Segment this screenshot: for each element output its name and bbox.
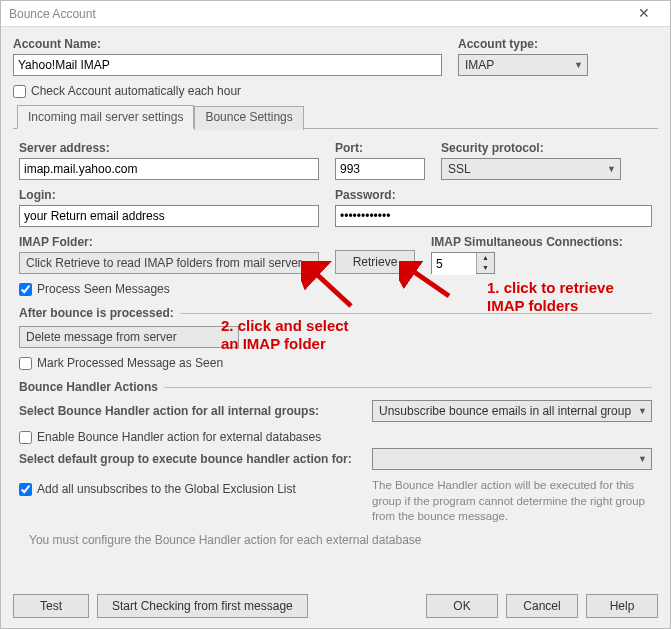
- add-unsub-label: Add all unsubscribes to the Global Exclu…: [37, 482, 296, 496]
- mark-seen-checkbox[interactable]: [19, 357, 32, 370]
- chevron-down-icon: ▼: [638, 406, 647, 416]
- after-bounce-group-label: After bounce is processed:: [19, 306, 174, 320]
- auto-check-checkbox[interactable]: [13, 85, 26, 98]
- chevron-down-icon: ▼: [638, 454, 647, 464]
- login-label: Login:: [19, 188, 319, 202]
- sim-conn-stepper[interactable]: ▲ ▼: [431, 252, 495, 274]
- titlebar: Bounce Account ✕: [1, 1, 670, 27]
- security-select[interactable]: SSL ▼: [441, 158, 621, 180]
- login-input[interactable]: [19, 205, 319, 227]
- test-button[interactable]: Test: [13, 594, 89, 618]
- imap-folder-label: IMAP Folder:: [19, 235, 319, 249]
- auto-check-label: Check Account automatically each hour: [31, 84, 241, 98]
- default-group-label: Select default group to execute bounce h…: [19, 452, 356, 466]
- account-name-input[interactable]: [13, 54, 442, 76]
- stepper-up-icon[interactable]: ▲: [477, 253, 494, 263]
- handler-internal-select[interactable]: Unsubscribe bounce emails in all interna…: [372, 400, 652, 422]
- account-type-select[interactable]: IMAP ▼: [458, 54, 588, 76]
- tabs: Incoming mail server settings Bounce Set…: [13, 104, 658, 129]
- handler-group-label: Bounce Handler Actions: [19, 380, 158, 394]
- enable-ext-label: Enable Bounce Handler action for externa…: [37, 430, 321, 444]
- process-seen-checkbox[interactable]: [19, 283, 32, 296]
- process-seen-label: Process Seen Messages: [37, 282, 170, 296]
- server-address-label: Server address:: [19, 141, 319, 155]
- close-icon[interactable]: ✕: [624, 2, 664, 26]
- stepper-down-icon[interactable]: ▼: [477, 263, 494, 273]
- password-input[interactable]: [335, 205, 652, 227]
- start-checking-button[interactable]: Start Checking from first message: [97, 594, 308, 618]
- help-button[interactable]: Help: [586, 594, 658, 618]
- ok-button[interactable]: OK: [426, 594, 498, 618]
- password-label: Password:: [335, 188, 652, 202]
- server-address-input[interactable]: [19, 158, 319, 180]
- handler-internal-label: Select Bounce Handler action for all int…: [19, 404, 356, 418]
- cancel-button[interactable]: Cancel: [506, 594, 578, 618]
- tab-body-incoming: Server address: Port: Security protocol:…: [13, 129, 658, 561]
- tab-bounce-settings[interactable]: Bounce Settings: [194, 106, 303, 130]
- security-label: Security protocol:: [441, 141, 621, 155]
- sim-conn-label: IMAP Simultaneous Connections:: [431, 235, 631, 249]
- chevron-down-icon: ▼: [574, 60, 583, 70]
- imap-folder-select[interactable]: Click Retrieve to read IMAP folders from…: [19, 252, 319, 274]
- bounce-account-dialog: Bounce Account ✕ Account Name: Account t…: [0, 0, 671, 629]
- chevron-down-icon: ▼: [607, 164, 616, 174]
- handler-description: The Bounce Handler action will be execut…: [372, 478, 652, 525]
- add-unsub-checkbox[interactable]: [19, 483, 32, 496]
- sim-conn-input[interactable]: [432, 253, 476, 275]
- retrieve-button[interactable]: Retrieve: [335, 250, 415, 274]
- tab-incoming[interactable]: Incoming mail server settings: [17, 105, 194, 129]
- port-input[interactable]: [335, 158, 425, 180]
- ellipsis-icon: ...: [304, 256, 314, 270]
- account-name-label: Account Name:: [13, 37, 442, 51]
- default-group-select[interactable]: ▼: [372, 448, 652, 470]
- account-type-label: Account type:: [458, 37, 658, 51]
- port-label: Port:: [335, 141, 425, 155]
- mark-seen-label: Mark Processed Message as Seen: [37, 356, 223, 370]
- after-bounce-select[interactable]: Delete message from server: [19, 326, 239, 348]
- handler-hint: You must configure the Bounce Handler ac…: [29, 533, 652, 547]
- window-title: Bounce Account: [9, 7, 624, 21]
- enable-ext-checkbox[interactable]: [19, 431, 32, 444]
